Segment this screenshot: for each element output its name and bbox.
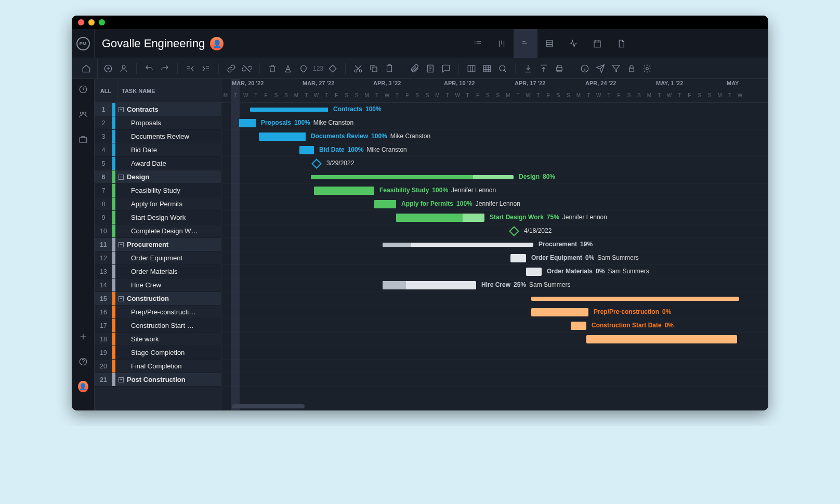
export-icon[interactable] — [537, 62, 550, 75]
undo-icon[interactable] — [143, 62, 155, 75]
task-bar[interactable] — [314, 187, 374, 195]
task-row[interactable]: 9Start Design Work — [95, 211, 221, 224]
milestone-icon[interactable] — [311, 158, 322, 169]
collapse-icon[interactable]: − — [119, 296, 124, 301]
help-icon[interactable] — [78, 356, 88, 367]
task-bar[interactable] — [383, 281, 476, 289]
grid-icon[interactable] — [481, 62, 493, 75]
task-row[interactable]: 8Apply for Permits — [95, 197, 221, 211]
view-calendar-icon[interactable] — [585, 29, 609, 58]
summary-bar[interactable] — [311, 175, 514, 179]
task-row[interactable]: 2Proposals — [95, 116, 221, 130]
columns-icon[interactable] — [465, 62, 478, 75]
task-name-text: Documents Review — [131, 132, 189, 140]
view-board-icon[interactable] — [490, 29, 514, 58]
copy-icon[interactable] — [368, 62, 380, 75]
view-list-icon[interactable] — [466, 29, 490, 58]
info-icon[interactable] — [579, 62, 591, 75]
gear-icon[interactable] — [641, 62, 653, 75]
col-task-name[interactable]: TASK NAME — [117, 79, 221, 102]
print-icon[interactable] — [553, 62, 566, 75]
outdent-icon[interactable] — [184, 62, 196, 75]
plus-icon[interactable] — [78, 331, 88, 342]
milestone-icon[interactable] — [509, 226, 519, 236]
task-row[interactable]: 17Construction Start … — [95, 319, 221, 333]
task-bar[interactable] — [299, 146, 314, 154]
view-activity-icon[interactable] — [561, 29, 585, 58]
collapse-icon[interactable]: − — [119, 175, 124, 180]
horizontal-scrollbar[interactable] — [232, 404, 305, 408]
lock-icon[interactable] — [625, 62, 638, 75]
view-sheet-icon[interactable] — [537, 29, 561, 58]
task-row[interactable]: 14Hire Crew — [95, 278, 221, 292]
task-row[interactable]: 5Award Date — [95, 157, 221, 170]
task-row[interactable]: 6−Design — [95, 170, 221, 184]
task-bar[interactable] — [571, 322, 586, 330]
row-number: 20 — [95, 363, 112, 370]
collapse-icon[interactable]: − — [119, 377, 124, 382]
paste-icon[interactable] — [383, 62, 396, 75]
close-icon[interactable] — [78, 19, 84, 25]
add-icon[interactable] — [102, 62, 114, 75]
send-icon[interactable] — [594, 62, 607, 75]
maximize-icon[interactable] — [99, 19, 105, 25]
user-avatar[interactable]: 👤 — [78, 381, 88, 392]
cut-icon[interactable] — [352, 62, 364, 75]
summary-bar[interactable] — [531, 297, 739, 301]
col-all[interactable]: ALL — [95, 79, 117, 102]
task-row[interactable]: 12Order Equipment — [95, 251, 221, 265]
task-bar[interactable] — [526, 268, 542, 276]
paint-icon[interactable] — [297, 62, 310, 75]
collapse-icon[interactable]: − — [119, 242, 124, 247]
team-icon[interactable] — [78, 109, 88, 120]
gantt-chart[interactable]: MAR, 20 '22MAR, 27 '22APR, 3 '22APR, 10 … — [221, 79, 768, 410]
text-icon[interactable] — [282, 62, 294, 75]
clock-icon[interactable] — [78, 84, 88, 95]
task-bar[interactable] — [396, 214, 484, 222]
task-row[interactable]: 21−Post Construction — [95, 373, 221, 387]
diamond-icon[interactable] — [326, 62, 339, 75]
zoom-icon[interactable] — [496, 62, 509, 75]
attach-icon[interactable] — [409, 62, 421, 75]
home-icon[interactable] — [80, 62, 93, 75]
indent-icon[interactable] — [200, 62, 212, 75]
unlink-icon[interactable] — [241, 62, 253, 75]
task-row[interactable]: 4Bid Date — [95, 143, 221, 157]
summary-bar[interactable] — [250, 108, 328, 112]
task-bar[interactable] — [586, 335, 737, 343]
app-logo[interactable]: PM — [72, 29, 95, 58]
task-row[interactable]: 13Order Materials — [95, 265, 221, 278]
import-icon[interactable] — [522, 62, 534, 75]
task-row[interactable]: 10Complete Design W… — [95, 224, 221, 238]
task-row[interactable]: 16Prep/Pre-constructi… — [95, 306, 221, 319]
view-gantt-icon[interactable] — [514, 29, 537, 58]
collapse-icon[interactable]: − — [119, 107, 124, 112]
task-row[interactable]: 18Site work — [95, 333, 221, 346]
task-row[interactable]: 11−Procurement — [95, 238, 221, 251]
trash-icon[interactable] — [266, 62, 279, 75]
task-row[interactable]: 7Feasibility Study — [95, 184, 221, 197]
avatar[interactable]: 👤 — [210, 37, 224, 50]
day-letter: S — [282, 92, 290, 98]
task-row[interactable]: 3Documents Review — [95, 130, 221, 143]
task-row[interactable]: 19Stage Completion — [95, 346, 221, 360]
task-row[interactable]: 20Final Completion — [95, 360, 221, 373]
task-row[interactable]: 1−Contracts — [95, 103, 221, 116]
filter-icon[interactable] — [610, 62, 622, 75]
gantt-row: Procurement19% — [221, 238, 768, 251]
task-bar[interactable] — [374, 200, 396, 208]
view-file-icon[interactable] — [609, 29, 633, 58]
person-icon[interactable] — [117, 62, 130, 75]
task-row[interactable]: 15−Construction — [95, 292, 221, 306]
summary-bar[interactable] — [383, 243, 533, 247]
task-bar[interactable] — [510, 254, 526, 262]
note-icon[interactable] — [424, 62, 437, 75]
link-icon[interactable] — [225, 62, 238, 75]
comment-icon[interactable] — [440, 62, 452, 75]
minimize-icon[interactable] — [88, 19, 95, 25]
redo-icon[interactable] — [159, 62, 171, 75]
task-bar[interactable] — [239, 119, 256, 127]
task-bar[interactable] — [531, 308, 588, 316]
task-bar[interactable] — [259, 132, 306, 141]
briefcase-icon[interactable] — [78, 134, 88, 144]
